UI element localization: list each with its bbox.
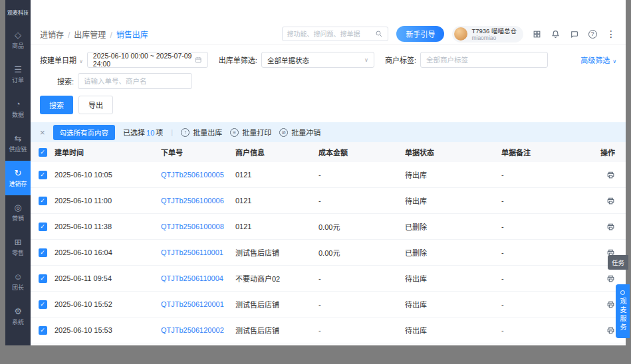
status-select[interactable]: 全部单据状态 ∨ [261,52,374,68]
sidebar-item-label: 订单 [12,76,24,84]
cell-note: - [501,326,591,334]
breadcrumb-inventory[interactable]: 进销存 [40,29,74,40]
sidebar-item-label: 数据 [12,110,24,119]
cell-note: - [501,274,591,282]
order-search-field[interactable] [78,73,192,89]
cell-cost: - [318,274,405,282]
cell-cost: - [318,326,405,334]
select-all-checkbox[interactable] [39,148,47,157]
search-button[interactable]: 搜索 [40,96,73,114]
sidebar-item-data[interactable]: ◔ 数据 [5,92,31,126]
cell-cost: - [318,171,405,179]
sidebar-item-goods[interactable]: ◇ 商品 [5,23,31,57]
order-search-input[interactable] [84,77,186,85]
bell-icon[interactable] [550,29,561,39]
sidebar-item-retail[interactable]: ⊞ 零售 [5,230,31,264]
status-filter-label: 出库单筛选: [219,54,257,65]
divider: | [171,128,173,136]
cell-note: - [501,248,591,256]
breadcrumb-outbound-mgmt[interactable]: 出库管理 [74,29,116,40]
print-icon[interactable] [606,223,615,231]
sidebar-item-label: 商品 [12,41,24,50]
order-link[interactable]: QTJTb2506120001 [161,300,235,308]
status-text: 待出库 [405,195,501,206]
chevron-down-icon: ∨ [79,58,83,64]
task-float-button[interactable]: 任务 [608,255,628,270]
row-checkbox[interactable] [39,300,47,309]
row-checkbox[interactable] [39,223,47,231]
retail-icon: ⊞ [15,238,22,246]
order-link[interactable]: QTJTb2506110001 [161,248,235,256]
cell-merchant: 测试售后店铺 [235,325,318,335]
order-link[interactable]: QTJTb2506100005 [161,171,235,179]
sidebar-item-supply-chain[interactable]: ⇆ 供应链 [5,126,31,161]
cell-merchant: 不要动商户02 [235,273,318,284]
print-icon[interactable] [606,326,615,335]
filter-row-2: 搜索: [40,73,616,89]
supply-chain-icon: ⇆ [15,134,22,143]
order-link[interactable]: QTJTb2506100008 [161,223,235,230]
merchant-tag-label: 商户标签: [385,54,416,65]
selection-bar: × 勾选所有页内容 已选择10项 | ↑ 批量出库 ≡ 批量打印 ⊘ 批量冲销 [31,122,626,142]
apps-icon[interactable] [531,29,542,39]
newbie-guide-button[interactable]: 新手引导 [396,26,444,42]
app-window: 观麦科技 ◇ 商品 ☰ 订单 ◔ 数据 ⇆ 供应链 ↻ 进销存 [5,0,626,345]
row-checkbox[interactable] [39,171,47,179]
print-icon[interactable] [606,300,615,309]
export-button[interactable]: 导出 [78,96,113,114]
search-icon[interactable] [374,29,384,39]
select-all-pages-button[interactable]: 勾选所有页内容 [53,125,116,140]
filter-actions: 搜索 导出 [31,96,626,114]
cell-note: - [501,171,591,179]
message-icon[interactable] [568,29,579,39]
user-chip[interactable]: T7936 喵喵总仓 miaomiao [452,26,523,43]
table-row: 2025-06-10 16:04 QTJTb2506110001 测试售后店铺 … [31,240,626,266]
col-created-time: 建单时间 [55,147,161,157]
global-search-box[interactable] [282,27,388,41]
cell-cost: 0.00元 [318,221,405,232]
row-checkbox[interactable] [39,326,47,335]
merchant-tag-input[interactable] [426,56,542,64]
sidebar-item-orders[interactable]: ☰ 订单 [5,57,31,92]
more-menu-icon[interactable]: ⋮ [606,29,616,39]
merchant-tag-field[interactable] [420,52,548,68]
col-note: 单据备注 [501,147,591,157]
col-operation: 操作 [591,147,626,157]
orders-icon: ☰ [14,65,22,74]
status-text: 待出库 [405,169,501,180]
avatar [454,27,467,41]
close-icon[interactable]: × [40,128,45,137]
row-checkbox[interactable] [39,248,47,257]
row-checkbox[interactable] [39,197,47,205]
guanmai-service-tab[interactable]: 观麦服务 [616,284,630,338]
sidebar-item-label: 团长 [12,283,24,292]
breadcrumb-sales-outbound: 销售出库 [116,29,148,40]
cell-merchant: 0121 [235,197,318,205]
order-link[interactable]: QTJTb2506110004 [161,274,235,282]
selected-count-text: 已选择10项 [123,127,163,137]
table-row: 2025-06-10 11:00 QTJTb2506100006 0121 - … [31,188,626,214]
print-icon[interactable] [606,171,615,179]
global-search-input[interactable] [287,31,374,38]
order-link[interactable]: QTJTb2506100006 [161,197,235,205]
search-field-label: 搜索: [57,76,74,86]
row-checkbox[interactable] [39,274,47,283]
advanced-filter-link[interactable]: 高级筛选∨ [580,54,616,65]
batch-void-button[interactable]: ⊘ 批量冲销 [279,127,320,137]
status-text: 待出库 [405,273,501,284]
help-icon[interactable]: ? [587,29,598,39]
status-text: 待出库 [405,325,501,335]
table-row: 2025-06-11 09:54 QTJTb2506110004 不要动商户02… [31,266,626,292]
sidebar-item-system[interactable]: ⚙ 系统 [5,299,31,333]
order-link[interactable]: QTJTb2506120002 [161,326,235,334]
batch-print-button[interactable]: ≡ 批量打印 [230,127,271,137]
print-icon[interactable] [606,274,615,283]
print-icon[interactable] [606,197,615,205]
date-type-dropdown[interactable]: 按建单日期∨ [40,54,83,65]
batch-outbound-button[interactable]: ↑ 批量出库 [181,127,222,137]
sidebar-item-marketing[interactable]: ◎ 营销 [5,195,31,230]
service-icon [620,290,625,295]
sidebar-item-inventory[interactable]: ↻ 进销存 [5,161,31,195]
date-range-picker[interactable]: 2025-06-10 00:00 ~ 2025-07-09 24:00 [87,52,208,68]
sidebar-item-leader[interactable]: ☺ 团长 [5,264,31,299]
